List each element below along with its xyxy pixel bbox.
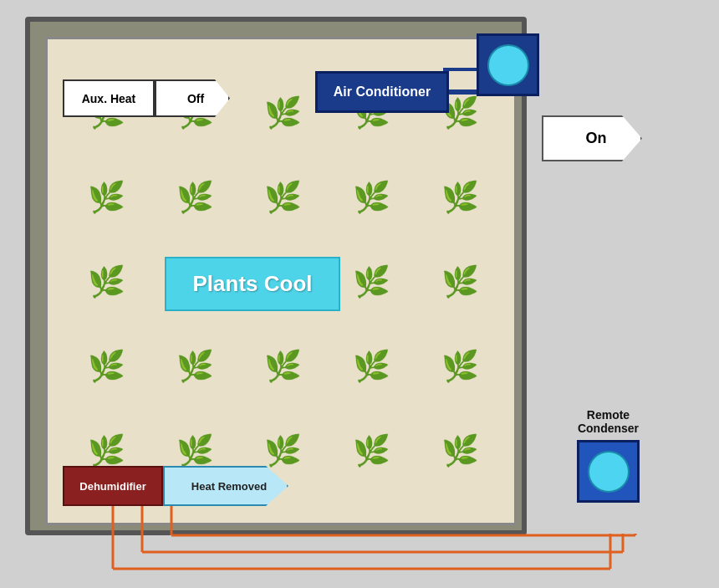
aux-heat-status-arrow: Off	[155, 79, 230, 117]
condenser-box	[577, 440, 640, 503]
remote-condenser-label: Remote Condenser	[577, 408, 640, 435]
condenser-circle	[588, 451, 630, 493]
plant: 🌿	[329, 157, 415, 238]
ac-box: Air Conditioner	[315, 71, 449, 113]
plant: 🌿	[241, 157, 326, 238]
remote-condenser-container: Remote Condenser	[577, 408, 640, 503]
aux-heat-label: Aux. Heat	[82, 92, 136, 105]
ac-circle-inner	[487, 44, 529, 86]
aux-heat-box: Aux. Heat	[63, 79, 155, 117]
plant: 🌿	[329, 325, 415, 406]
plant: 🌿	[417, 242, 502, 323]
plant: 🌿	[417, 410, 502, 491]
plant: 🌿	[153, 157, 238, 238]
heat-removed-label: Heat Removed	[191, 480, 267, 493]
plants-cool-banner: Plants Cool	[165, 257, 340, 311]
plants-cool-label: Plants Cool	[192, 271, 312, 297]
aux-heat-status: Off	[187, 92, 204, 105]
ac-container: Air Conditioner	[315, 71, 499, 113]
plant: 🌿	[241, 73, 326, 154]
plant: 🌿	[64, 157, 150, 238]
ac-label: Air Conditioner	[334, 84, 431, 100]
aux-heat-container: Aux. Heat Off	[63, 79, 230, 117]
plant: 🌿	[64, 325, 150, 406]
plant: 🌿	[153, 325, 238, 406]
plant: 🌿	[241, 325, 326, 406]
outer-frame: 🌿 🌿 🌿 🌿 🌿 🌿 🌿 🌿 🌿 🌿 🌿 🌿 🌿 🌿 🌿 🌿	[25, 17, 527, 535]
on-arrow-container: On	[542, 115, 642, 161]
ac-circle-outer	[477, 33, 539, 96]
plant: 🌿	[329, 410, 415, 491]
dehumidifier-label: Dehumidifier	[79, 480, 145, 493]
diagram-container: 🌿 🌿 🌿 🌿 🌿 🌿 🌿 🌿 🌿 🌿 🌿 🌿 🌿 🌿 🌿 🌿	[25, 17, 543, 552]
on-status-arrow: On	[542, 115, 642, 161]
plant: 🌿	[417, 325, 502, 406]
dehumidifier-container: Dehumidifier Heat Removed	[63, 466, 288, 506]
plant: 🌿	[417, 157, 502, 238]
inner-room: 🌿 🌿 🌿 🌿 🌿 🌿 🌿 🌿 🌿 🌿 🌿 🌿 🌿 🌿 🌿 🌿	[45, 37, 517, 525]
heat-removed-arrow: Heat Removed	[163, 466, 288, 506]
plant: 🌿	[329, 242, 415, 323]
on-status-label: On	[586, 130, 607, 147]
dehumidifier-box: Dehumidifier	[63, 466, 163, 506]
plant: 🌿	[64, 242, 150, 323]
